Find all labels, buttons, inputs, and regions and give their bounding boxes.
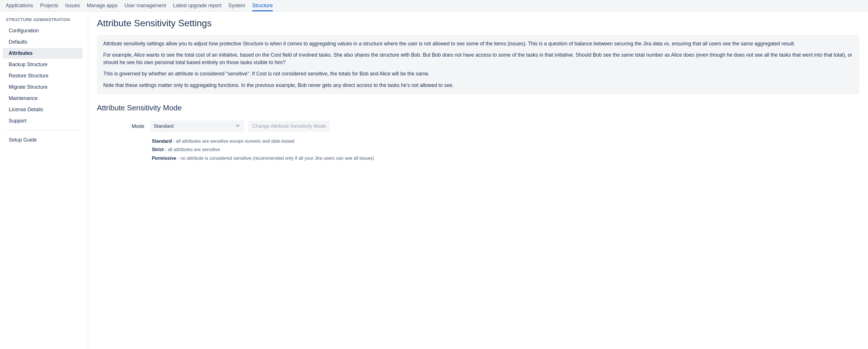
mode-desc-standard: Standard - all attributes are sensitive … — [152, 138, 859, 145]
page-title: Attribute Sensitivity Settings — [97, 18, 859, 29]
sidebar-item-backup-structure[interactable]: Backup Structure — [3, 59, 83, 70]
sidebar-divider — [6, 130, 80, 131]
nav-user-management[interactable]: User management — [124, 0, 166, 11]
mode-desc-permissive: Permissive - no attribute is considered … — [152, 154, 859, 162]
mode-desc-strict: Strict - all attributes are sensitive — [152, 146, 859, 153]
sidebar-item-restore-structure[interactable]: Restore Structure — [3, 70, 83, 81]
nav-manage-apps[interactable]: Manage apps — [87, 0, 118, 11]
nav-projects[interactable]: Projects — [40, 0, 58, 11]
mode-label: Mode — [97, 124, 146, 130]
info-box: Attribute sensitivity settings allow you… — [97, 35, 859, 94]
change-mode-button[interactable]: Change Attribute Sensitivity Mode — [248, 121, 330, 132]
section-title: Attribute Sensitivity Mode — [97, 103, 859, 112]
top-nav: Applications Projects Issues Manage apps… — [0, 0, 868, 11]
mode-form-row: Mode Standard Change Attribute Sensitivi… — [97, 120, 859, 132]
main-content: Attribute Sensitivity Settings Attribute… — [88, 11, 868, 349]
nav-issues[interactable]: Issues — [65, 0, 80, 11]
nav-latest-upgrade-report[interactable]: Latest upgrade report — [173, 0, 221, 11]
sidebar-item-support[interactable]: Support — [3, 115, 83, 126]
sidebar-item-migrate-structure[interactable]: Migrate Structure — [3, 82, 83, 93]
info-paragraph: Note that these settings matter only to … — [103, 82, 853, 89]
sidebar-item-license-details[interactable]: License Details — [3, 104, 83, 115]
info-paragraph: Attribute sensitivity settings allow you… — [103, 40, 853, 47]
nav-applications[interactable]: Applications — [6, 0, 33, 11]
nav-system[interactable]: System — [228, 0, 245, 11]
sidebar-heading: STRUCTURE ADMINISTRATION — [0, 18, 86, 26]
sidebar: STRUCTURE ADMINISTRATION Configuration D… — [0, 11, 88, 349]
sidebar-item-maintenance[interactable]: Maintenance — [3, 93, 83, 104]
mode-descriptions: Standard - all attributes are sensitive … — [152, 138, 859, 162]
sidebar-item-defaults[interactable]: Defaults — [3, 37, 83, 47]
sidebar-item-attributes[interactable]: Attributes — [3, 48, 83, 59]
chevron-down-icon — [235, 123, 241, 130]
mode-select[interactable]: Standard — [150, 120, 244, 132]
info-paragraph: For example, Alice wants to see the tota… — [103, 51, 853, 66]
info-paragraph: This is governed by whether an attribute… — [103, 70, 853, 77]
mode-selected-value: Standard — [154, 124, 174, 129]
sidebar-item-configuration[interactable]: Configuration — [3, 26, 83, 36]
nav-structure[interactable]: Structure — [252, 0, 273, 11]
sidebar-item-setup-guide[interactable]: Setup Guide — [3, 135, 83, 145]
